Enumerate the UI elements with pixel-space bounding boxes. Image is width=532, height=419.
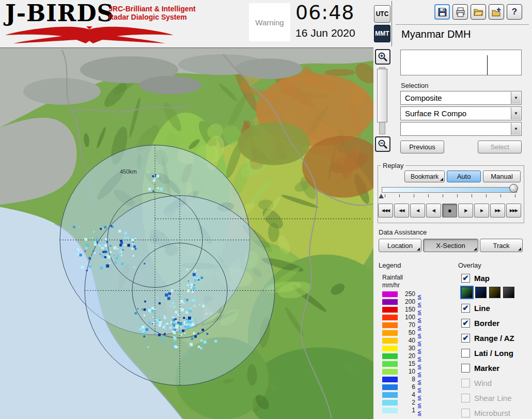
help-button[interactable]: ? <box>507 4 522 20</box>
replay-group-label: Replay <box>381 162 405 169</box>
legend-swatch <box>382 361 398 367</box>
legend-swatch <box>382 330 398 336</box>
legend-value: 100 <box>401 315 415 320</box>
zoom-slider-thumb[interactable] <box>377 69 387 122</box>
checkbox-marker[interactable] <box>461 364 470 373</box>
composite-dropdown-value: Composite <box>405 94 442 102</box>
map-style-4[interactable] <box>503 287 514 298</box>
assist-x-section[interactable]: X-Section <box>423 239 478 252</box>
playback-step-forward[interactable]: |▶ <box>458 204 473 218</box>
folder-open-icon <box>474 7 483 17</box>
checkbox-microburst <box>461 409 470 417</box>
slider-tick <box>486 194 487 197</box>
playback-buttons: ◀◀◀◀◀◀◀|■|▶▶▶▶▶▶▶ <box>378 204 521 218</box>
zoom-out-button[interactable] <box>375 136 390 152</box>
checkbox-map[interactable]: ✔ <box>461 274 470 283</box>
warning-indicator[interactable]: Warning <box>249 3 290 41</box>
replay-slider-thumb[interactable] <box>509 184 518 193</box>
product-dropdown[interactable]: Surface R Compo ▼ <box>400 106 522 120</box>
import-data-button[interactable] <box>489 4 504 20</box>
playback-rewind[interactable]: ◀◀ <box>394 204 409 218</box>
slider-tick <box>428 194 429 197</box>
manual-button[interactable]: Manual <box>483 170 521 182</box>
map-style-3[interactable] <box>489 287 500 298</box>
open-file-button[interactable] <box>471 4 486 20</box>
checkbox-range-az[interactable]: ✔ <box>461 334 470 343</box>
zoom-in-button[interactable] <box>375 49 390 65</box>
option-dropdown[interactable]: ▼ <box>400 122 522 136</box>
logo-title: J-BIRDS <box>5 0 114 26</box>
chevron-down-icon[interactable]: ▼ <box>511 92 521 104</box>
range-ring-label: 450km <box>120 168 137 175</box>
legend-swatch <box>382 408 398 413</box>
checkbox-wind <box>461 379 470 387</box>
assist-location[interactable]: Location <box>379 239 421 252</box>
zoom-in-icon <box>378 52 388 62</box>
replay-slider-track[interactable] <box>382 187 517 193</box>
overlay-item-label: Lati / Long <box>474 349 513 358</box>
map-style-2[interactable] <box>475 287 487 298</box>
radar-map-canvas: 450km <box>0 48 373 419</box>
select-button[interactable]: Select <box>478 141 522 153</box>
playback-play-reverse[interactable]: ◀ <box>410 204 425 218</box>
slider-tick <box>515 194 515 197</box>
overlay-item-label: Border <box>474 319 499 328</box>
overlay-item-label: Range / AZ <box>474 334 514 343</box>
checkbox-border[interactable]: ✔ <box>461 319 470 328</box>
overlay-item-shear-line: Shear Line <box>461 392 531 404</box>
composite-dropdown[interactable]: Composite ▼ <box>400 91 522 105</box>
legend-swatch <box>382 392 398 398</box>
checkbox-lati-long[interactable] <box>461 349 470 358</box>
playback-rewind-start[interactable]: ◀◀◀ <box>378 204 393 218</box>
header-divider <box>392 1 392 46</box>
legend-value: 1 <box>401 408 415 413</box>
logo-subtitle: JRC-Brilliant & Intelligent Radar Dialog… <box>108 5 196 21</box>
slider-start-marker <box>379 194 384 198</box>
checkbox-shear-line <box>461 394 470 402</box>
printer-icon <box>456 7 465 17</box>
legend-value: 30 <box>401 346 415 351</box>
playback-step-back[interactable]: ◀| <box>426 204 441 218</box>
overlay-item-label: Shear Line <box>474 394 512 402</box>
checkbox-line[interactable]: ✔ <box>461 304 470 313</box>
legend-row: 6≤ <box>382 384 421 390</box>
overlay-label: Overlay <box>458 261 481 269</box>
map-style-1[interactable] <box>461 287 473 298</box>
chevron-down-icon[interactable]: ▼ <box>511 123 521 135</box>
legend-value: 6 <box>401 384 415 390</box>
slider-tick <box>399 194 400 197</box>
overlay-item-range-az: ✔Range / AZ <box>461 332 531 344</box>
slider-tick <box>457 194 458 197</box>
legend-unit-line1: Rainfall <box>382 274 403 281</box>
playback-forward-end[interactable]: ▶▶▶ <box>506 204 521 218</box>
help-icon: ? <box>512 7 517 17</box>
radar-map[interactable]: 450km <box>0 48 373 419</box>
previous-button[interactable]: Previous <box>400 141 444 153</box>
playback-play[interactable]: ▶ <box>474 204 489 218</box>
legend-threshold-link[interactable]: ≤ <box>418 410 421 416</box>
product-dropdown-value: Surface R Compo <box>405 109 466 118</box>
print-button[interactable] <box>452 4 468 20</box>
mmt-button[interactable]: MMT <box>374 25 390 42</box>
legend-swatch <box>382 384 398 390</box>
chevron-down-icon[interactable]: ▼ <box>511 107 521 119</box>
selection-label: Selection <box>401 82 428 89</box>
save-icon <box>437 7 447 17</box>
playback-fast-forward[interactable]: ▶▶ <box>490 204 505 218</box>
legend-swatch <box>382 369 398 375</box>
utc-button[interactable]: UTC <box>374 5 390 23</box>
slider-tick <box>500 194 501 197</box>
eagle-logo-icon <box>4 26 175 44</box>
legend-swatch <box>382 353 398 359</box>
auto-button[interactable]: Auto <box>447 170 481 182</box>
bookmark-button[interactable]: Bookmark <box>404 170 445 182</box>
legend-row: 10≤ <box>382 369 421 375</box>
assist-track[interactable]: Track <box>480 239 523 252</box>
overlay-item-lati-long: Lati / Long <box>461 347 531 359</box>
legend-label: Legend <box>379 261 401 269</box>
save-button[interactable] <box>434 4 450 20</box>
product-list-box[interactable] <box>400 50 522 75</box>
legend-row: 8≤ <box>382 377 421 382</box>
folder-plus-icon <box>492 7 502 17</box>
playback-stop[interactable]: ■ <box>442 204 457 218</box>
